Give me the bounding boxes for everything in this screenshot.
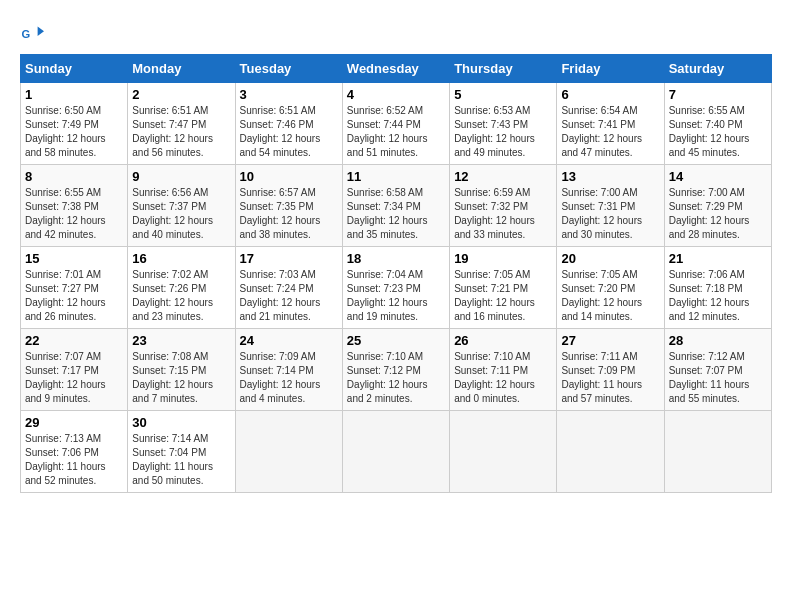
- day-number: 2: [132, 87, 230, 102]
- day-info: Sunrise: 7:08 AMSunset: 7:15 PMDaylight:…: [132, 350, 230, 406]
- day-number: 29: [25, 415, 123, 430]
- calendar-cell: [235, 411, 342, 493]
- day-number: 4: [347, 87, 445, 102]
- day-info: Sunrise: 6:52 AMSunset: 7:44 PMDaylight:…: [347, 104, 445, 160]
- weekday-header: Thursday: [450, 55, 557, 83]
- calendar-week-row: 8Sunrise: 6:55 AMSunset: 7:38 PMDaylight…: [21, 165, 772, 247]
- logo: G: [20, 20, 48, 44]
- calendar-cell: 5Sunrise: 6:53 AMSunset: 7:43 PMDaylight…: [450, 83, 557, 165]
- weekday-header: Sunday: [21, 55, 128, 83]
- calendar-cell: 16Sunrise: 7:02 AMSunset: 7:26 PMDayligh…: [128, 247, 235, 329]
- calendar-cell: [664, 411, 771, 493]
- weekday-header: Tuesday: [235, 55, 342, 83]
- day-number: 14: [669, 169, 767, 184]
- day-info: Sunrise: 6:50 AMSunset: 7:49 PMDaylight:…: [25, 104, 123, 160]
- calendar-cell: 24Sunrise: 7:09 AMSunset: 7:14 PMDayligh…: [235, 329, 342, 411]
- calendar-cell: 17Sunrise: 7:03 AMSunset: 7:24 PMDayligh…: [235, 247, 342, 329]
- day-number: 11: [347, 169, 445, 184]
- day-number: 6: [561, 87, 659, 102]
- day-number: 15: [25, 251, 123, 266]
- calendar-cell: 9Sunrise: 6:56 AMSunset: 7:37 PMDaylight…: [128, 165, 235, 247]
- calendar-header-row: SundayMondayTuesdayWednesdayThursdayFrid…: [21, 55, 772, 83]
- day-info: Sunrise: 6:51 AMSunset: 7:47 PMDaylight:…: [132, 104, 230, 160]
- day-info: Sunrise: 7:01 AMSunset: 7:27 PMDaylight:…: [25, 268, 123, 324]
- day-info: Sunrise: 6:53 AMSunset: 7:43 PMDaylight:…: [454, 104, 552, 160]
- weekday-header: Monday: [128, 55, 235, 83]
- calendar-cell: 18Sunrise: 7:04 AMSunset: 7:23 PMDayligh…: [342, 247, 449, 329]
- calendar-cell: 14Sunrise: 7:00 AMSunset: 7:29 PMDayligh…: [664, 165, 771, 247]
- day-number: 12: [454, 169, 552, 184]
- calendar-cell: [557, 411, 664, 493]
- day-info: Sunrise: 6:55 AMSunset: 7:40 PMDaylight:…: [669, 104, 767, 160]
- calendar-cell: 15Sunrise: 7:01 AMSunset: 7:27 PMDayligh…: [21, 247, 128, 329]
- day-info: Sunrise: 7:00 AMSunset: 7:31 PMDaylight:…: [561, 186, 659, 242]
- day-info: Sunrise: 6:51 AMSunset: 7:46 PMDaylight:…: [240, 104, 338, 160]
- day-number: 25: [347, 333, 445, 348]
- day-info: Sunrise: 6:57 AMSunset: 7:35 PMDaylight:…: [240, 186, 338, 242]
- day-number: 27: [561, 333, 659, 348]
- calendar-cell: 28Sunrise: 7:12 AMSunset: 7:07 PMDayligh…: [664, 329, 771, 411]
- calendar-cell: 20Sunrise: 7:05 AMSunset: 7:20 PMDayligh…: [557, 247, 664, 329]
- day-number: 20: [561, 251, 659, 266]
- day-info: Sunrise: 7:02 AMSunset: 7:26 PMDaylight:…: [132, 268, 230, 324]
- day-info: Sunrise: 6:55 AMSunset: 7:38 PMDaylight:…: [25, 186, 123, 242]
- calendar-cell: 26Sunrise: 7:10 AMSunset: 7:11 PMDayligh…: [450, 329, 557, 411]
- calendar-cell: 1Sunrise: 6:50 AMSunset: 7:49 PMDaylight…: [21, 83, 128, 165]
- page-header: G: [20, 20, 772, 44]
- day-number: 28: [669, 333, 767, 348]
- weekday-header: Friday: [557, 55, 664, 83]
- day-info: Sunrise: 7:14 AMSunset: 7:04 PMDaylight:…: [132, 432, 230, 488]
- logo-icon: G: [20, 20, 44, 44]
- day-number: 9: [132, 169, 230, 184]
- calendar-cell: [450, 411, 557, 493]
- calendar-cell: 22Sunrise: 7:07 AMSunset: 7:17 PMDayligh…: [21, 329, 128, 411]
- calendar-cell: 2Sunrise: 6:51 AMSunset: 7:47 PMDaylight…: [128, 83, 235, 165]
- svg-marker-1: [38, 26, 44, 36]
- day-number: 16: [132, 251, 230, 266]
- calendar-cell: 11Sunrise: 6:58 AMSunset: 7:34 PMDayligh…: [342, 165, 449, 247]
- weekday-header: Saturday: [664, 55, 771, 83]
- day-number: 5: [454, 87, 552, 102]
- calendar-cell: 6Sunrise: 6:54 AMSunset: 7:41 PMDaylight…: [557, 83, 664, 165]
- day-info: Sunrise: 7:09 AMSunset: 7:14 PMDaylight:…: [240, 350, 338, 406]
- day-info: Sunrise: 7:10 AMSunset: 7:12 PMDaylight:…: [347, 350, 445, 406]
- calendar-cell: 7Sunrise: 6:55 AMSunset: 7:40 PMDaylight…: [664, 83, 771, 165]
- calendar-cell: 10Sunrise: 6:57 AMSunset: 7:35 PMDayligh…: [235, 165, 342, 247]
- calendar-cell: 29Sunrise: 7:13 AMSunset: 7:06 PMDayligh…: [21, 411, 128, 493]
- calendar-cell: 4Sunrise: 6:52 AMSunset: 7:44 PMDaylight…: [342, 83, 449, 165]
- day-info: Sunrise: 7:04 AMSunset: 7:23 PMDaylight:…: [347, 268, 445, 324]
- calendar-week-row: 29Sunrise: 7:13 AMSunset: 7:06 PMDayligh…: [21, 411, 772, 493]
- day-info: Sunrise: 7:06 AMSunset: 7:18 PMDaylight:…: [669, 268, 767, 324]
- day-info: Sunrise: 6:56 AMSunset: 7:37 PMDaylight:…: [132, 186, 230, 242]
- calendar-cell: 21Sunrise: 7:06 AMSunset: 7:18 PMDayligh…: [664, 247, 771, 329]
- day-info: Sunrise: 7:13 AMSunset: 7:06 PMDaylight:…: [25, 432, 123, 488]
- day-number: 24: [240, 333, 338, 348]
- day-info: Sunrise: 7:12 AMSunset: 7:07 PMDaylight:…: [669, 350, 767, 406]
- day-number: 18: [347, 251, 445, 266]
- day-info: Sunrise: 7:10 AMSunset: 7:11 PMDaylight:…: [454, 350, 552, 406]
- day-number: 8: [25, 169, 123, 184]
- svg-text:G: G: [22, 28, 31, 40]
- calendar-cell: 25Sunrise: 7:10 AMSunset: 7:12 PMDayligh…: [342, 329, 449, 411]
- day-info: Sunrise: 7:00 AMSunset: 7:29 PMDaylight:…: [669, 186, 767, 242]
- day-info: Sunrise: 7:05 AMSunset: 7:21 PMDaylight:…: [454, 268, 552, 324]
- day-number: 1: [25, 87, 123, 102]
- day-info: Sunrise: 6:54 AMSunset: 7:41 PMDaylight:…: [561, 104, 659, 160]
- day-number: 7: [669, 87, 767, 102]
- calendar-week-row: 22Sunrise: 7:07 AMSunset: 7:17 PMDayligh…: [21, 329, 772, 411]
- day-number: 10: [240, 169, 338, 184]
- day-number: 19: [454, 251, 552, 266]
- day-number: 17: [240, 251, 338, 266]
- day-number: 3: [240, 87, 338, 102]
- day-number: 22: [25, 333, 123, 348]
- calendar-cell: 27Sunrise: 7:11 AMSunset: 7:09 PMDayligh…: [557, 329, 664, 411]
- calendar-cell: 12Sunrise: 6:59 AMSunset: 7:32 PMDayligh…: [450, 165, 557, 247]
- day-number: 23: [132, 333, 230, 348]
- calendar-cell: 8Sunrise: 6:55 AMSunset: 7:38 PMDaylight…: [21, 165, 128, 247]
- day-number: 26: [454, 333, 552, 348]
- calendar-cell: [342, 411, 449, 493]
- calendar-cell: 13Sunrise: 7:00 AMSunset: 7:31 PMDayligh…: [557, 165, 664, 247]
- day-info: Sunrise: 7:03 AMSunset: 7:24 PMDaylight:…: [240, 268, 338, 324]
- calendar-week-row: 15Sunrise: 7:01 AMSunset: 7:27 PMDayligh…: [21, 247, 772, 329]
- calendar-week-row: 1Sunrise: 6:50 AMSunset: 7:49 PMDaylight…: [21, 83, 772, 165]
